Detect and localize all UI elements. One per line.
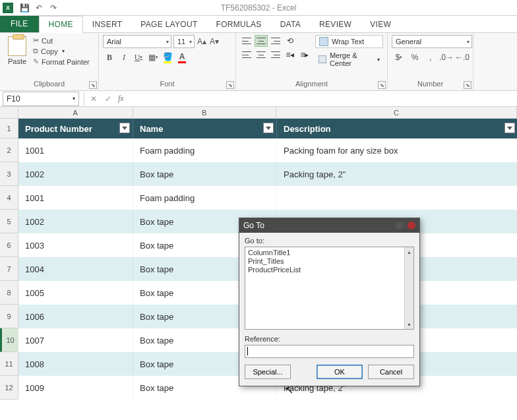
merge-center-button[interactable]: Merge & Center▾ [315,50,383,69]
row-header-4[interactable]: 4 [0,186,18,210]
align-top-button[interactable] [240,35,253,47]
copy-button[interactable]: ⧉Copy▾ [33,47,90,55]
cell[interactable]: Packing foam for any size box [277,138,517,162]
decrease-indent-button[interactable]: ≡◂ [284,49,297,61]
tab-view[interactable]: VIEW [361,16,400,32]
cell[interactable]: 1009 [18,376,133,400]
bold-button[interactable]: B [103,51,116,64]
accounting-format-button[interactable]: $▾ [392,51,406,64]
row-header-10[interactable]: 10 [0,328,18,352]
special-button[interactable]: Special... [245,365,291,379]
paste-button[interactable]: Paste [4,35,30,65]
select-all-corner[interactable] [0,107,18,118]
table-header-name[interactable]: Name [133,119,277,138]
cell[interactable]: Foam padding [133,186,277,210]
row-header-11[interactable]: 11 [0,352,18,376]
align-bottom-button[interactable] [269,35,282,47]
row-header-1[interactable]: 1 [0,119,18,138]
tab-page-layout[interactable]: PAGE LAYOUT [131,16,206,32]
tab-insert[interactable]: INSERT [83,16,132,32]
cell[interactable]: 1006 [18,305,133,328]
border-button[interactable]: ▦▾ [146,51,160,64]
row-header-8[interactable]: 8 [0,281,18,305]
table-header-description[interactable]: Description [277,119,517,138]
row-header-5[interactable]: 5 [0,210,18,233]
cell[interactable]: 1001 [18,186,133,210]
row-header-2[interactable]: 2 [0,138,18,162]
clipboard-launcher[interactable]: ⬊ [89,81,97,89]
tab-formulas[interactable]: FORMULAS [207,16,271,32]
dialog-titlebar[interactable]: Go To [239,218,419,233]
percent-format-button[interactable]: % [408,51,422,64]
cancel-button[interactable]: Cancel [368,365,414,379]
list-item[interactable]: ColumnTitle1 [248,249,404,257]
align-middle-button[interactable] [255,35,268,47]
reference-input[interactable] [245,345,414,358]
redo-icon[interactable]: ↷ [47,2,59,14]
fill-color-button[interactable]: 🪣 [161,51,174,64]
font-size-combo[interactable]: 11▾ [173,35,195,48]
increase-indent-button[interactable]: ≡▸ [298,49,311,61]
cell[interactable]: 1001 [18,138,133,162]
cell[interactable]: 1003 [18,233,133,257]
filter-icon[interactable] [119,123,130,133]
row-header-9[interactable]: 9 [0,305,18,328]
cell[interactable] [277,186,517,210]
close-icon[interactable] [408,222,415,229]
underline-button[interactable]: U▾ [132,51,145,64]
ok-button[interactable]: OK [317,365,363,379]
decrease-decimal-button[interactable]: ←.0 [455,51,470,64]
cell[interactable]: Foam padding [133,138,277,162]
font-launcher[interactable]: ⬊ [226,81,234,89]
list-item[interactable]: ProductPriceList [248,266,404,274]
comma-format-button[interactable]: , [423,51,438,64]
column-header-b[interactable]: B [133,107,276,118]
tab-review[interactable]: REVIEW [310,16,361,32]
table-header-product-number[interactable]: Product Number [18,119,133,138]
fx-icon[interactable]: fx [118,94,124,104]
row-header-12[interactable]: 12 [0,376,18,400]
font-color-button[interactable]: A [175,51,189,64]
enter-formula-icon[interactable]: ✓ [101,92,115,105]
cell[interactable]: Box tape [133,162,277,186]
tab-data[interactable]: DATA [271,16,310,32]
save-icon[interactable]: 💾 [18,2,30,14]
orientation-button[interactable]: ⟲ [284,35,297,47]
row-header-7[interactable]: 7 [0,257,18,281]
cell[interactable]: 1005 [18,281,133,305]
font-name-combo[interactable]: Arial▾ [103,35,171,48]
cell[interactable]: 1002 [18,162,133,186]
cell[interactable]: 1004 [18,257,133,281]
cell[interactable]: 1008 [18,352,133,376]
cut-button[interactable]: ✂Cut [33,36,90,45]
number-launcher[interactable]: ⬊ [464,81,471,89]
goto-listbox[interactable]: ColumnTitle1 Print_Titles ProductPriceLi… [245,247,414,330]
filter-icon[interactable] [263,123,274,133]
name-box[interactable]: F10▾ [3,92,79,106]
format-painter-button[interactable]: ✎Format Painter [33,57,90,66]
row-header-3[interactable]: 3 [0,162,18,186]
italic-button[interactable]: I [117,51,131,64]
wrap-text-button[interactable]: Wrap Text [315,35,383,48]
scroll-up-icon[interactable]: ▲ [405,247,413,256]
scroll-down-icon[interactable]: ▼ [405,320,413,329]
dialog-help-icon[interactable] [396,222,404,229]
cancel-formula-icon[interactable]: ✕ [86,92,101,105]
filter-icon[interactable] [504,123,515,133]
cell[interactable]: Packing tape, 2" [277,162,517,186]
increase-decimal-button[interactable]: .0→ [439,51,454,64]
cell[interactable]: 1007 [18,328,133,352]
column-header-c[interactable]: C [276,107,517,118]
align-right-button[interactable] [269,49,282,61]
increase-font-icon[interactable]: A▴ [197,35,207,48]
tab-file[interactable]: FILE [0,15,39,32]
alignment-launcher[interactable]: ⬊ [378,81,386,89]
align-center-button[interactable] [255,49,268,61]
decrease-font-icon[interactable]: A▾ [209,35,220,48]
number-format-combo[interactable]: General▾ [392,35,472,48]
cell[interactable]: 1002 [18,210,133,233]
formula-input[interactable] [127,92,517,105]
tab-home[interactable]: HOME [39,16,83,33]
scrollbar[interactable]: ▲▼ [404,247,413,329]
undo-icon[interactable]: ↶ [33,2,45,14]
